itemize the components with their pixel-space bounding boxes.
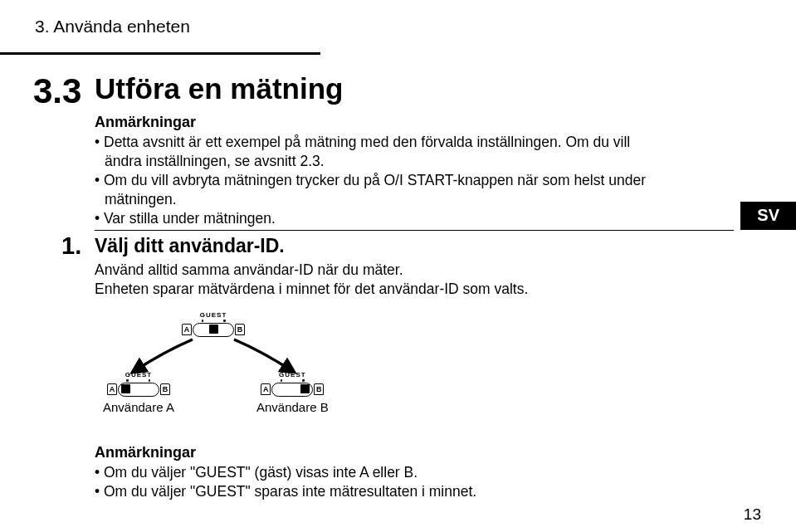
slider-switch: A B [261,383,324,397]
step-number: 1. [61,232,81,260]
step-line: Enheten sparar mätvärdena i minnet för d… [95,281,528,297]
label-b: B [314,383,324,395]
section-number: 3.3 [33,71,81,111]
arrow-arcs [118,315,309,381]
user-b-caption: Användare B [256,400,329,414]
notes-heading: Anmärkningar [95,114,196,131]
notes-list: • Detta avsnitt är ett exempel på mätnin… [95,133,667,228]
language-tab: SV [740,202,796,230]
label-b: B [160,383,170,395]
section-title: Utföra en mätning [95,72,343,105]
notes-list: • Om du väljer "GUEST" (gäst) visas inte… [95,463,667,501]
step-body: Använd alltid samma användar-ID när du m… [95,261,667,299]
slider-switch: A B [107,383,170,397]
divider [95,230,734,231]
label-a: A [107,383,117,395]
page-number: 13 [744,505,761,524]
label-a: A [261,383,271,395]
note-item: • Om du väljer "GUEST" (gäst) visas inte… [95,463,667,482]
note-item: • Detta avsnitt är ett exempel på mätnin… [95,133,667,171]
notes-heading: Anmärkningar [95,444,196,461]
note-item: • Var stilla under mätningen. [95,209,667,228]
chapter-title: 3. Använda enheten [35,17,190,37]
step-title: Välj ditt användar-ID. [95,235,285,257]
switch-diagram: GUEST A B GUEST A B Användare A GUEST A … [95,311,352,427]
step-line: Använd alltid samma användar-ID när du m… [95,261,403,278]
user-a-caption: Användare A [103,400,174,414]
note-item: • Om du väljer "GUEST" sparas inte mätre… [95,482,667,501]
note-item: • Om du vill avbryta mätningen trycker d… [95,171,667,209]
